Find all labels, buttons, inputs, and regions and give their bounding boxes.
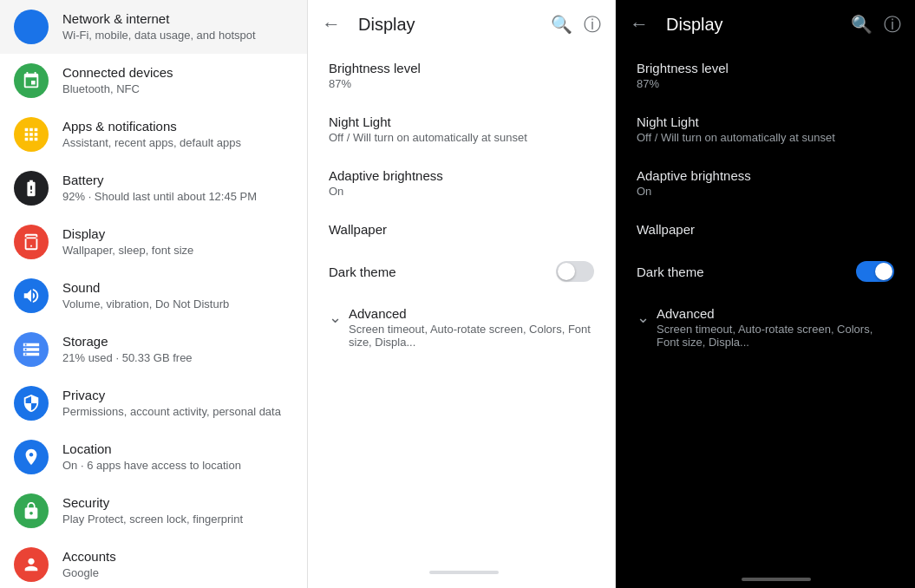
settings-item-connected[interactable]: Connected devicesBluetooth, NFC [0, 54, 307, 108]
search-button-light[interactable]: 🔍 [546, 9, 577, 40]
network-subtitle: Wi-Fi, mobile, data usage, and hotspot [62, 29, 293, 43]
battery-subtitle: 92% · Should last until about 12:45 PM [62, 190, 293, 205]
location-text: LocationOn · 6 apps have access to locat… [62, 441, 293, 474]
settings-item-security[interactable]: SecurityPlay Protect, screen lock, finge… [0, 484, 307, 538]
battery-title: Battery [62, 172, 293, 189]
scroll-indicator-dark [742, 578, 811, 581]
advanced-title-dark: Advanced [657, 306, 894, 321]
display-title: Display [62, 225, 293, 243]
nightlight-item-dark[interactable]: Night Light Off / Will turn on automatic… [616, 102, 915, 156]
display-title-light: Display [358, 15, 546, 35]
advanced-subtitle-dark: Screen timeout, Auto-rotate screen, Colo… [657, 323, 894, 349]
wallpaper-title-light: Wallpaper [329, 222, 594, 237]
settings-item-apps[interactable]: Apps & notificationsAssistant, recent ap… [0, 108, 307, 161]
display-icon [14, 225, 49, 259]
display-text: DisplayWallpaper, sleep, font size [62, 225, 293, 258]
settings-item-battery[interactable]: Battery92% · Should last until about 12:… [0, 161, 307, 215]
display-panel-dark: ← Display 🔍 ⓘ Brightness level 87% Night… [616, 0, 915, 588]
display-title-dark: Display [666, 15, 846, 35]
darktheme-title-light: Dark theme [329, 265, 396, 279]
settings-item-display[interactable]: DisplayWallpaper, sleep, font size [0, 215, 307, 269]
privacy-title: Privacy [62, 387, 293, 404]
wallpaper-item-dark[interactable]: Wallpaper [616, 210, 915, 249]
apps-text: Apps & notificationsAssistant, recent ap… [62, 118, 293, 151]
settings-item-sound[interactable]: SoundVolume, vibration, Do Not Disturb [0, 269, 307, 323]
apps-icon [14, 117, 49, 152]
brightness-item-dark[interactable]: Brightness level 87% [616, 49, 915, 102]
apps-subtitle: Assistant, recent apps, default apps [62, 136, 293, 151]
nightlight-item-light[interactable]: Night Light Off / Will turn on automatic… [308, 102, 615, 156]
adaptive-subtitle-light: On [329, 185, 594, 198]
help-button-light[interactable]: ⓘ [577, 9, 608, 40]
privacy-text: PrivacyPermissions, account activity, pe… [62, 387, 293, 420]
adaptive-item-light[interactable]: Adaptive brightness On [308, 156, 615, 210]
advanced-subtitle-light: Screen timeout, Auto-rotate screen, Colo… [349, 323, 594, 349]
location-title: Location [62, 441, 293, 458]
advanced-chevron-light: ⌄ [329, 308, 342, 327]
network-text: Network & internetWi-Fi, mobile, data us… [62, 10, 293, 43]
brightness-title-dark: Brightness level [637, 61, 894, 75]
sound-subtitle: Volume, vibration, Do Not Disturb [62, 297, 293, 312]
darktheme-title-dark: Dark theme [637, 265, 704, 279]
back-button-light[interactable]: ← [315, 6, 348, 42]
privacy-subtitle: Permissions, account activity, personal … [62, 405, 293, 420]
display-header-dark: ← Display 🔍 ⓘ [616, 0, 915, 49]
scroll-indicator-light [429, 571, 499, 574]
display-header-light: ← Display 🔍 ⓘ [308, 0, 615, 49]
darktheme-item-dark[interactable]: Dark theme [616, 249, 915, 294]
accounts-icon [14, 547, 49, 582]
adaptive-title-light: Adaptive brightness [329, 168, 594, 183]
adaptive-title-dark: Adaptive brightness [637, 168, 894, 183]
storage-text: Storage21% used · 50.33 GB free [62, 333, 293, 366]
battery-text: Battery92% · Should last until about 12:… [62, 172, 293, 205]
settings-item-storage[interactable]: Storage21% used · 50.33 GB free [0, 323, 307, 376]
display-panel-light: ← Display 🔍 ⓘ Brightness level 87% Night… [308, 0, 616, 588]
search-button-dark[interactable]: 🔍 [846, 9, 877, 40]
privacy-icon [14, 386, 49, 421]
nightlight-title-light: Night Light [329, 114, 594, 129]
settings-item-location[interactable]: LocationOn · 6 apps have access to locat… [0, 430, 307, 484]
settings-item-network[interactable]: Network & internetWi-Fi, mobile, data us… [0, 0, 307, 54]
brightness-item-light[interactable]: Brightness level 87% [308, 49, 615, 102]
darktheme-toggle-dark[interactable] [856, 261, 894, 282]
advanced-chevron-dark: ⌄ [637, 308, 650, 327]
brightness-subtitle-light: 87% [329, 77, 594, 90]
accounts-title: Accounts [62, 548, 293, 565]
storage-icon [14, 332, 49, 367]
darktheme-toggle-light[interactable] [556, 261, 594, 282]
adaptive-subtitle-dark: On [637, 185, 894, 198]
security-title: Security [62, 494, 293, 512]
apps-title: Apps & notifications [62, 118, 293, 135]
nightlight-title-dark: Night Light [637, 114, 894, 129]
settings-item-privacy[interactable]: PrivacyPermissions, account activity, pe… [0, 376, 307, 430]
accounts-subtitle: Google [62, 566, 293, 581]
accounts-text: AccountsGoogle [62, 548, 293, 581]
wallpaper-title-dark: Wallpaper [637, 222, 894, 237]
network-icon [14, 10, 49, 44]
connected-subtitle: Bluetooth, NFC [62, 82, 293, 97]
storage-title: Storage [62, 333, 293, 350]
connected-title: Connected devices [62, 64, 293, 82]
advanced-section-dark[interactable]: ⌄ Advanced Screen timeout, Auto-rotate s… [616, 294, 915, 361]
location-icon [14, 440, 49, 474]
help-button-dark[interactable]: ⓘ [877, 9, 908, 40]
sound-text: SoundVolume, vibration, Do Not Disturb [62, 279, 293, 312]
settings-item-accounts[interactable]: AccountsGoogle [0, 538, 307, 588]
battery-icon [14, 171, 49, 206]
connected-icon [14, 63, 49, 98]
brightness-subtitle-dark: 87% [637, 77, 894, 90]
adaptive-item-dark[interactable]: Adaptive brightness On [616, 156, 915, 210]
network-title: Network & internet [62, 10, 293, 28]
wallpaper-item-light[interactable]: Wallpaper [308, 210, 615, 249]
sound-title: Sound [62, 279, 293, 297]
sound-icon [14, 278, 49, 313]
storage-subtitle: 21% used · 50.33 GB free [62, 351, 293, 366]
back-button-dark[interactable]: ← [623, 6, 656, 42]
nightlight-subtitle-dark: Off / Will turn on automatically at suns… [637, 131, 894, 144]
darktheme-item-light[interactable]: Dark theme [308, 249, 615, 294]
security-icon [14, 493, 49, 528]
location-subtitle: On · 6 apps have access to location [62, 459, 293, 474]
connected-text: Connected devicesBluetooth, NFC [62, 64, 293, 97]
security-subtitle: Play Protect, screen lock, fingerprint [62, 513, 293, 527]
advanced-section-light[interactable]: ⌄ Advanced Screen timeout, Auto-rotate s… [308, 294, 615, 361]
